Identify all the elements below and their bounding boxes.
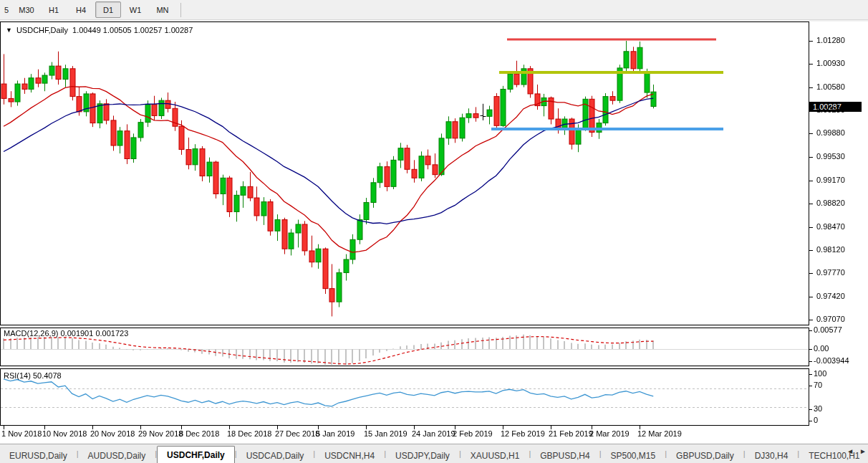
price-axis-label: 1.00930 xyxy=(816,59,845,67)
price-axis-label: 1.00230 xyxy=(816,105,845,114)
price-axis-label: 0.98470 xyxy=(816,222,845,231)
tab-scroll-arrows: ◄ ► xyxy=(847,447,867,455)
price-axis-label: 0.97070 xyxy=(816,315,845,323)
chart-tab-usdcnh[interactable]: USDCNH,H4 xyxy=(315,448,384,463)
date-axis-label: 18 Dec 2018 xyxy=(227,429,271,438)
price-axis-label: 0.98820 xyxy=(816,199,845,207)
date-axis-label: 2 Mar 2019 xyxy=(589,429,630,438)
chart-title[interactable]: ▼ USDCHF,Daily 1.00449 1.00505 1.00257 1… xyxy=(6,26,193,34)
chart-quote-values: 1.00449 1.00505 1.00257 1.00287 xyxy=(72,26,193,34)
timeframe-button-h4[interactable]: H4 xyxy=(68,1,94,18)
timeframe-toolbar: 5M30H1H4D1W1MN xyxy=(0,0,868,20)
price-axis-label: 0.97420 xyxy=(816,292,845,300)
chart-tab-usdchf[interactable]: USDCHF,Daily xyxy=(157,446,235,463)
date-axis-label: 1 Nov 2018 xyxy=(1,429,42,438)
date-axis-label: 21 Feb 2019 xyxy=(549,429,593,438)
rsi-axis-label: 30 xyxy=(814,404,822,413)
price-axis-label: 0.97770 xyxy=(816,268,845,277)
tab-scroll-left-icon[interactable]: ◄ xyxy=(847,447,854,455)
mt4-window: 5M30H1H4D1W1MN ▼ USDCHF,Daily 1.00449 1.… xyxy=(0,0,868,463)
chart-tab-usdjpy[interactable]: USDJPY,Daily xyxy=(386,448,459,463)
date-axis-label: 29 Nov 2018 xyxy=(138,429,183,438)
macd-axis-label: -0.003944 xyxy=(814,356,849,365)
chart-dropdown-icon[interactable]: ▼ xyxy=(6,27,12,34)
price-chart-canvas[interactable] xyxy=(0,0,868,463)
date-axis-label: 27 Dec 2018 xyxy=(275,429,319,438)
chart-tab-usdcad[interactable]: USDCAD,Daily xyxy=(237,448,314,463)
rsi-axis-label: 70 xyxy=(814,381,822,389)
price-axis-label: 0.99170 xyxy=(816,176,845,184)
date-axis-label: 12 Feb 2019 xyxy=(501,429,545,438)
price-axis-label: 0.98120 xyxy=(816,245,845,254)
date-axis-label: 15 Jan 2019 xyxy=(364,429,408,438)
macd-axis-label: 0.00577 xyxy=(814,325,842,334)
price-axis-label: 1.00580 xyxy=(816,82,845,91)
chart-symbol-label: USDCHF,Daily xyxy=(16,26,68,34)
timeframe-button-m30[interactable]: M30 xyxy=(14,1,39,18)
rsi-axis-label: 100 xyxy=(814,369,826,378)
macd-axis-label: 0.00 xyxy=(814,344,829,353)
date-axis-label: 2 Feb 2019 xyxy=(453,429,493,438)
chart-tab-sp500[interactable]: SP500,M15 xyxy=(602,448,665,463)
chart-tab-dj30[interactable]: DJ30,H4 xyxy=(746,448,798,463)
date-axis-label: 12 Mar 2019 xyxy=(637,429,682,438)
price-axis-label: 0.99880 xyxy=(816,128,845,137)
timeframe-button-w1[interactable]: W1 xyxy=(122,1,148,18)
timeframe-button-5[interactable]: 5 xyxy=(1,1,12,18)
chart-tab-gbpusd[interactable]: GBPUSD,H4 xyxy=(531,448,599,463)
price-axis-label: 1.01280 xyxy=(816,36,845,44)
date-axis-label: 24 Jan 2019 xyxy=(412,429,455,438)
date-axis-label: 8 Dec 2018 xyxy=(179,429,219,438)
tab-scroll-right-icon[interactable]: ► xyxy=(859,447,867,455)
timeframe-button-mn[interactable]: MN xyxy=(150,1,175,18)
chart-tab-xauusd[interactable]: XAUUSD,H1 xyxy=(461,448,529,463)
chart-tab-gbpusd[interactable]: GBPUSD,Daily xyxy=(667,448,743,463)
date-axis-label: 5 Jan 2019 xyxy=(316,429,355,438)
rsi-indicator-label: RSI(14) 50.4078 xyxy=(4,371,62,380)
chart-tabbar: EURUSD,Daily|AUDUSD,Daily|USDCHF,Daily|U… xyxy=(0,444,868,463)
date-axis-label: 20 Nov 2018 xyxy=(90,429,135,438)
rsi-axis-label: 0 xyxy=(814,416,818,424)
timeframe-button-h1[interactable]: H1 xyxy=(41,1,67,18)
chart-tab-eurusd[interactable]: EURUSD,Daily xyxy=(0,448,77,463)
macd-indicator-label: MACD(12,26,9) 0.001901 0.001723 xyxy=(4,329,128,338)
timeframe-button-d1[interactable]: D1 xyxy=(95,1,121,18)
date-axis-label: 10 Nov 2018 xyxy=(42,429,87,438)
toolbar-separator xyxy=(180,3,181,17)
price-axis-label: 0.99530 xyxy=(816,152,845,161)
chart-tab-audusd[interactable]: AUDUSD,Daily xyxy=(79,448,155,463)
